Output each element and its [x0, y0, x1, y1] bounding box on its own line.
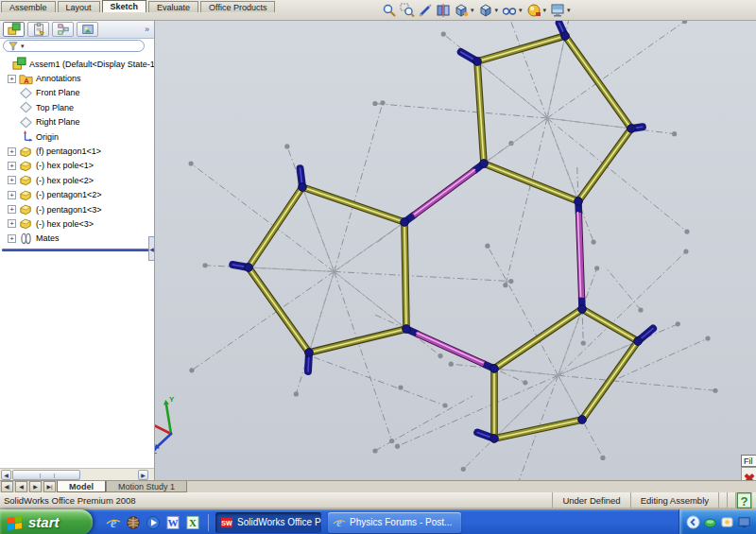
tray-network-green-icon[interactable] — [703, 515, 717, 529]
tab-assemble[interactable]: Assemble — [1, 1, 56, 12]
expand-toggle[interactable]: + — [8, 147, 16, 156]
tab-sketch[interactable]: Sketch — [102, 0, 147, 12]
quick-launch-internet-explorer-icon[interactable]: e — [106, 515, 121, 530]
tree-item-top-plane[interactable]: Top Plane — [0, 100, 154, 114]
document-tab-bar: ◀|◀▶▶|ModelMotion Study 1 — [0, 480, 756, 492]
task-button-label: SolidWorks Office Pre... — [237, 517, 321, 527]
tab-evaluate[interactable]: Evaluate — [148, 1, 198, 12]
tab-nav-next-button[interactable]: ▶ — [29, 481, 42, 492]
scroll-left-button[interactable]: ◀ — [1, 470, 11, 480]
panel-horizontal-scrollbar[interactable]: ◀ ▶ — [0, 468, 154, 480]
feature-manager-tab[interactable] — [3, 22, 25, 37]
zoom-to-area-icon[interactable] — [399, 2, 416, 19]
scroll-thumb[interactable] — [12, 470, 80, 480]
start-button[interactable]: start — [0, 509, 93, 534]
rotate-view-icon[interactable] — [417, 2, 434, 19]
quick-launch-word-icon[interactable]: W — [165, 515, 180, 530]
tree-item-front-plane[interactable]: Front Plane — [0, 86, 154, 100]
svg-text:Z: Z — [155, 447, 157, 456]
svg-text:Y: Y — [169, 395, 175, 404]
expand-toggle[interactable]: + — [8, 191, 16, 199]
tree-item-origin[interactable]: Origin — [0, 129, 154, 144]
quick-launch-excel-icon[interactable]: X — [185, 515, 200, 530]
quick-launch-media-player-icon[interactable] — [146, 515, 161, 530]
task-button-solidworks[interactable]: SWSolidWorks Office Pre... — [215, 512, 321, 533]
filter-row: ▾ — [0, 39, 154, 54]
plane-icon — [19, 86, 33, 100]
origin-icon — [19, 129, 33, 144]
tree-filter[interactable]: ▾ — [3, 40, 145, 52]
view-orientation-dropdown-arrow[interactable]: ▾ — [471, 7, 474, 14]
tab-nav-first-button[interactable]: ◀| — [1, 481, 13, 492]
command-manager: AssembleLayoutSketchEvaluateOffice Produ… — [0, 0, 756, 21]
taskbar: start eWX SWSolidWorks Office Pre...ePhy… — [0, 509, 756, 534]
configuration-manager-tab[interactable] — [52, 22, 74, 37]
graphics-viewport[interactable]: XYZ Fil ✖ — [155, 21, 756, 480]
tray-display-icon[interactable] — [737, 515, 751, 529]
part-icon — [19, 159, 33, 173]
tree-item-assem1-default-display-state-1[interactable]: Assem1 (Default<Display State-1 — [0, 57, 154, 71]
main-area: » ▾ Assem1 (Default<Display State-1+AAnn… — [0, 21, 756, 480]
plane-icon — [19, 100, 33, 114]
expand-toggle[interactable]: + — [8, 75, 16, 83]
tab-motion-study-1[interactable]: Motion Study 1 — [106, 481, 187, 492]
tab-office-products[interactable]: Office Products — [200, 1, 275, 12]
expand-toggle[interactable]: + — [8, 219, 16, 228]
tree-item--hex-pole-2-[interactable]: +(-) hex pole<2> — [0, 173, 154, 187]
panel-overflow-chevron[interactable]: » — [145, 25, 151, 34]
svg-text:X: X — [189, 517, 197, 528]
filter-funnel-icon — [9, 42, 18, 51]
tab-layout[interactable]: Layout — [58, 1, 100, 12]
section-view-icon[interactable] — [435, 2, 452, 19]
tree-item--hex-pole-1-[interactable]: +(-) hex pole<1> — [0, 159, 154, 173]
part-icon — [19, 188, 33, 202]
task-button-internet-explorer[interactable]: ePhysics Forums - Post... — [328, 512, 461, 533]
svg-text:e: e — [336, 516, 342, 529]
context-popup-label: Fil — [741, 455, 756, 467]
expand-toggle[interactable]: + — [8, 176, 16, 184]
tree-item--f-pentagon1-1-[interactable]: +(f) pentagon1<1> — [0, 144, 154, 158]
tree-item--hex-pole-3-[interactable]: +(-) hex pole<3> — [0, 216, 154, 231]
tree-item--pentagon1-3-[interactable]: +(-) pentagon1<3> — [0, 202, 154, 216]
tree-item-label: Front Plane — [36, 88, 80, 97]
status-help-icon[interactable]: ? — [735, 492, 756, 508]
part-icon — [19, 216, 33, 231]
red-x-icon[interactable]: ✖ — [741, 467, 756, 480]
tree-item-annotations[interactable]: +AAnnotations — [0, 71, 154, 85]
filter-dropdown-arrow[interactable]: ▾ — [21, 43, 25, 50]
property-manager-tab[interactable] — [27, 22, 49, 37]
tree-item-mates[interactable]: +Mates — [0, 232, 154, 246]
hide-show-items-dropdown-arrow[interactable]: ▾ — [519, 7, 523, 14]
display-manager-tab[interactable] — [77, 22, 98, 37]
apply-scene-dropdown-arrow[interactable]: ▾ — [567, 7, 571, 14]
status-bar: SolidWorks Office Premium 2008 Under Def… — [0, 492, 756, 508]
assembly-scene[interactable]: XYZ — [155, 21, 756, 480]
expand-toggle[interactable]: + — [8, 234, 16, 243]
zoom-to-fit-icon[interactable] — [381, 2, 398, 19]
svg-text:?: ? — [741, 493, 748, 508]
panel-collapse-handle[interactable]: ◀ — [148, 236, 155, 261]
tab-nav-last-button[interactable]: ▶| — [43, 481, 56, 492]
apply-scene-icon[interactable] — [549, 2, 566, 19]
tree-item-label: Annotations — [36, 74, 81, 83]
scroll-right-button[interactable]: ▶ — [138, 470, 148, 480]
tab-nav-previous-button[interactable]: ◀ — [15, 481, 27, 492]
display-style-icon[interactable] — [477, 2, 494, 19]
edit-appearance-icon[interactable] — [525, 2, 542, 19]
tree-item--pentagon1-2-[interactable]: +(-) pentagon1<2> — [0, 188, 154, 202]
display-style-dropdown-arrow[interactable]: ▾ — [495, 7, 499, 14]
tab-model[interactable]: Model — [57, 481, 106, 492]
system-tray — [679, 509, 756, 534]
expand-toggle[interactable]: + — [8, 205, 16, 214]
tray-collapse-chevron-icon[interactable] — [686, 515, 700, 529]
quick-launch-bar: eWX — [106, 515, 200, 530]
manager-tab-bar: » — [0, 21, 154, 39]
edit-appearance-dropdown-arrow[interactable]: ▾ — [543, 7, 547, 14]
tray-messenger-icon[interactable] — [720, 515, 734, 529]
quick-launch-globe-icon[interactable] — [126, 515, 141, 530]
expand-toggle[interactable]: + — [8, 162, 16, 170]
tree-item-right-plane[interactable]: Right Plane — [0, 115, 154, 129]
view-orientation-icon[interactable] — [453, 2, 470, 19]
hide-show-items-icon[interactable] — [501, 2, 518, 19]
tree-item-label: (f) pentagon1<1> — [36, 146, 101, 156]
